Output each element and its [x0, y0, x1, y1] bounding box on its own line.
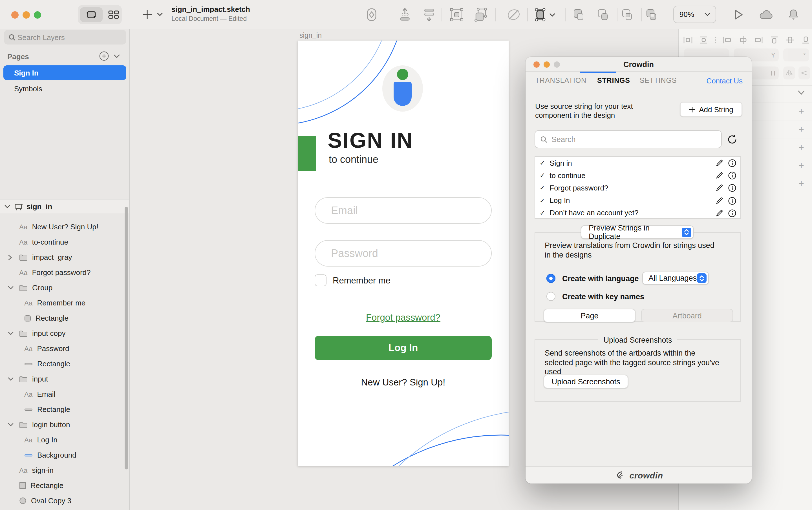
notifications-bell-icon[interactable]: [785, 7, 801, 23]
layer-item[interactable]: Aasign-in: [0, 463, 129, 478]
send-backward-icon[interactable]: [421, 7, 437, 23]
boolean-subtract-icon[interactable]: [595, 7, 611, 23]
layer-item[interactable]: Rectangle: [0, 356, 129, 371]
layer-item[interactable]: Background: [0, 447, 129, 463]
group-icon[interactable]: [449, 7, 465, 23]
create-with-language-option[interactable]: Create with language: [546, 274, 639, 283]
string-row[interactable]: ✓Sign in: [535, 157, 741, 169]
source-strings-list[interactable]: ✓Sign in ✓to continue ✓Forgot password? …: [534, 156, 741, 219]
layer-search-field[interactable]: [4, 30, 126, 44]
preview-play-icon[interactable]: [731, 7, 747, 23]
string-row[interactable]: ✓to continue: [535, 169, 741, 181]
layer-item[interactable]: impact_gray: [0, 250, 129, 265]
edit-shape-chevron-icon[interactable]: [549, 13, 555, 18]
pages-collapse-chevron[interactable]: [113, 54, 120, 59]
zoom-level-select[interactable]: 90%: [673, 6, 716, 23]
section-collapse-chevron[interactable]: [798, 90, 805, 95]
boolean-intersect-icon[interactable]: [619, 7, 635, 23]
align-center-horizontal-icon[interactable]: [736, 35, 750, 45]
page-button[interactable]: Page: [544, 309, 636, 322]
radio-unselected-icon[interactable]: [546, 292, 555, 301]
bring-forward-icon[interactable]: [397, 7, 413, 23]
create-with-key-names-option[interactable]: Create with key names: [546, 292, 644, 301]
string-info-icon[interactable]: [728, 184, 736, 195]
chevron-down-icon[interactable]: [8, 422, 13, 427]
add-page-icon[interactable]: [99, 51, 109, 61]
radio-selected-icon[interactable]: [546, 274, 555, 283]
layer-tree-root[interactable]: sign_in: [0, 199, 129, 214]
artboard-sign-in[interactable]: SIGN IN to continue Remember me Forgot p…: [298, 40, 509, 466]
edit-string-icon[interactable]: [716, 184, 723, 194]
preview-strings-select[interactable]: Preview Strings in Duplicate: [581, 226, 694, 239]
boolean-difference-icon[interactable]: [643, 7, 659, 23]
page-item-symbols[interactable]: Symbols: [3, 81, 126, 96]
log-in-button[interactable]: Log In: [315, 336, 492, 360]
email-field[interactable]: [315, 197, 492, 224]
edit-shape-icon[interactable]: [532, 7, 548, 23]
string-info-icon[interactable]: [728, 197, 736, 207]
layer-search-input[interactable]: [18, 33, 108, 41]
layer-item[interactable]: AaForgot password?: [0, 265, 129, 280]
rotate-icon[interactable]: [506, 7, 522, 23]
align-right-icon[interactable]: [752, 35, 765, 45]
forgot-password-link[interactable]: Forgot password?: [298, 312, 509, 323]
layer-item[interactable]: Group: [0, 280, 129, 295]
artboard-title[interactable]: sign_in: [299, 32, 322, 39]
layer-item[interactable]: Aato-continue: [0, 234, 129, 250]
crowdin-search-field[interactable]: [534, 130, 722, 148]
insert-chevron-icon[interactable]: [157, 12, 163, 17]
chevron-down-icon[interactable]: [8, 286, 13, 290]
flip-vertical-button[interactable]: [799, 66, 810, 80]
insert-icon[interactable]: [142, 9, 152, 20]
language-select[interactable]: All Languages: [642, 272, 709, 284]
create-symbol-icon[interactable]: [364, 7, 379, 23]
string-row[interactable]: ✓Log In: [535, 194, 741, 207]
email-input[interactable]: [331, 204, 472, 217]
distribute-horizontally-icon[interactable]: [681, 35, 695, 45]
layer-item[interactable]: AaNew User? Sign Up!: [0, 219, 129, 234]
edit-string-icon[interactable]: [716, 159, 723, 169]
add-style-button[interactable]: +: [796, 143, 806, 153]
sign-up-text[interactable]: New User? Sign Up!: [298, 377, 509, 388]
string-info-icon[interactable]: [728, 209, 736, 220]
layer-item[interactable]: Rectangle: [0, 310, 129, 326]
remember-me-checkbox[interactable]: [315, 274, 326, 286]
tab-settings[interactable]: SETTINGS: [640, 77, 677, 85]
align-bottom-icon[interactable]: [799, 35, 812, 45]
zoom-window-icon[interactable]: [34, 11, 41, 19]
align-left-icon[interactable]: [720, 35, 734, 45]
contact-us-link[interactable]: Contact Us: [706, 77, 743, 85]
add-style-button[interactable]: +: [796, 160, 806, 171]
layer-item[interactable]: input: [0, 371, 129, 387]
rotation-field[interactable]: °: [783, 49, 809, 61]
add-style-button[interactable]: +: [796, 124, 806, 135]
tab-strings[interactable]: STRINGS: [597, 77, 630, 85]
cloud-sync-icon[interactable]: [758, 7, 774, 23]
layer-item[interactable]: AaLog In: [0, 432, 129, 447]
boolean-union-icon[interactable]: [571, 7, 586, 23]
chevron-right-icon[interactable]: [8, 254, 12, 260]
artboard-button[interactable]: Artboard: [641, 309, 733, 322]
tab-translation[interactable]: TRANSLATION: [535, 77, 586, 85]
refresh-icon[interactable]: [727, 134, 737, 145]
align-top-icon[interactable]: [768, 35, 781, 45]
ungroup-icon[interactable]: [473, 7, 489, 23]
page-item-sign-in[interactable]: Sign In: [3, 65, 126, 80]
crowdin-titlebar[interactable]: Crowdin: [526, 57, 752, 71]
password-input[interactable]: [331, 247, 472, 260]
password-field[interactable]: [315, 240, 492, 267]
crowdin-search-input[interactable]: [551, 135, 698, 143]
edit-string-icon[interactable]: [716, 171, 723, 181]
layer-item[interactable]: AaPassword: [0, 341, 129, 356]
minimize-icon[interactable]: [23, 11, 30, 19]
crowdin-plugin-window[interactable]: Crowdin TRANSLATION STRINGS SETTINGS Con…: [526, 57, 752, 483]
layer-item[interactable]: AaEmail: [0, 387, 129, 402]
align-middle-icon[interactable]: [783, 35, 797, 45]
add-style-button[interactable]: +: [796, 107, 806, 117]
edit-string-icon[interactable]: [716, 197, 723, 207]
distribute-vertically-icon[interactable]: [697, 35, 710, 45]
string-row[interactable]: ✓Don’t have an account yet?: [535, 207, 741, 219]
upload-screenshots-button[interactable]: Upload Screenshots: [544, 375, 628, 388]
layer-item[interactable]: AaRemember me: [0, 295, 129, 310]
canvas-view-toggle[interactable]: [80, 7, 103, 22]
